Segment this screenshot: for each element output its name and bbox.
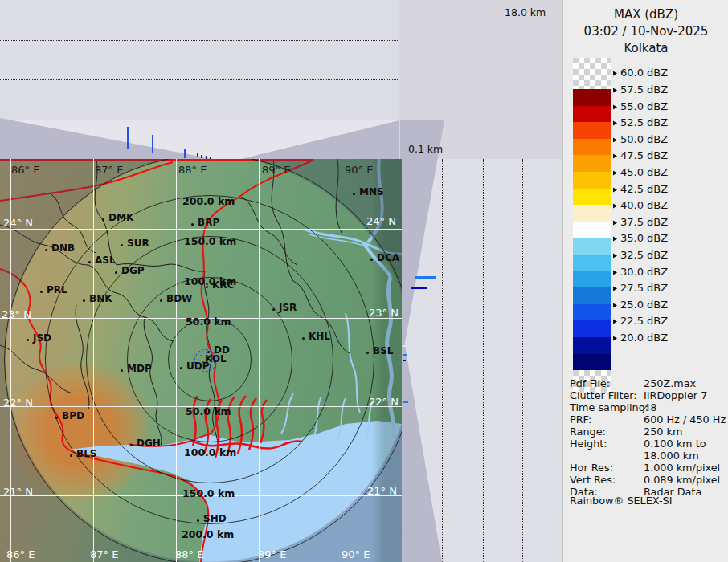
longitude-line	[176, 159, 177, 562]
geo-label: 21° N	[3, 486, 33, 498]
geo-label: 23° N	[369, 307, 399, 319]
city-label: SHD	[203, 513, 227, 524]
geo-label: 86° E	[6, 548, 35, 560]
echo-bar	[184, 149, 186, 158]
echo-bar	[197, 153, 198, 157]
geo-label: 21° N	[367, 485, 397, 497]
tick-arrow-icon	[613, 336, 617, 341]
city-label: BDW	[166, 293, 192, 304]
city-label: MNS	[359, 186, 384, 198]
radar-app-window: 18.0 km 0.1 km	[0, 0, 728, 562]
colorbar-band	[573, 139, 611, 156]
echo-pixel	[209, 364, 211, 365]
city-dot	[366, 352, 369, 354]
tick-arrow-icon	[613, 104, 617, 109]
city-dot	[191, 223, 194, 226]
city-dot	[70, 454, 72, 457]
echo-pixel	[202, 361, 204, 363]
echo-bar	[411, 287, 427, 289]
colorbar-band	[573, 172, 611, 189]
ppi-map-viewport[interactable]: 86° E87° E88° E89° E90° E86° E87° E88° E…	[0, 159, 402, 562]
city-dot	[45, 249, 47, 251]
dbz-tick-label: 32.5 dBZ	[613, 249, 668, 261]
software-brand: Rainbow® SELEX-SI	[570, 495, 672, 507]
metadata-value: 0.089 km/pixel	[644, 474, 720, 486]
dbz-tick-label: 52.5 dBZ	[613, 116, 668, 128]
metadata-value: 250Z.max	[644, 377, 696, 389]
city-label: DMK	[108, 212, 133, 223]
city-label: DCA	[377, 252, 399, 263]
height-axis-min-label: 0.1 km	[408, 143, 443, 155]
ns-gridline	[522, 159, 523, 562]
tick-arrow-icon	[613, 220, 617, 225]
city-dot	[180, 367, 182, 369]
city-label: BRP	[198, 217, 219, 228]
tick-arrow-icon	[613, 287, 617, 291]
metadata-value: 0.100 km to	[644, 438, 706, 450]
metadata-value: 250 km	[644, 426, 682, 438]
dbz-tick-label: 35.0 dBZ	[613, 232, 668, 244]
city-label: PRL	[47, 284, 67, 295]
tick-arrow-icon	[613, 254, 617, 259]
metadata-value: 18.000 km	[644, 450, 699, 462]
dbz-tick-label: 45.0 dBZ	[613, 166, 668, 178]
dbz-tick-label: 50.0 dBZ	[613, 132, 668, 145]
product-title: MAX (dBZ)	[563, 6, 728, 23]
product-datetime: 03:02 / 10-Nov-2025	[563, 23, 728, 40]
city-dot	[370, 259, 373, 261]
colorbar-transparent-band	[573, 58, 611, 89]
colorbar-band	[573, 255, 611, 271]
city-dot	[121, 244, 123, 246]
dbz-tick-label: 30.0 dBZ	[613, 265, 668, 277]
echo-pixel	[214, 361, 215, 363]
dbz-tick-label: 25.0 dBZ	[613, 298, 668, 310]
geo-label: 89° E	[262, 164, 290, 176]
geo-label: 90° E	[345, 164, 373, 176]
echo-bar	[403, 360, 406, 361]
longitude-line	[93, 159, 94, 562]
metadata-value: 48	[644, 401, 656, 413]
city-label: BPD	[62, 410, 84, 422]
city-label: SUR	[127, 238, 149, 249]
dbz-tick-label: 20.0 dBZ	[613, 332, 668, 344]
metadata-value: 600 Hz / 450 Hz	[644, 413, 726, 426]
geo-label: 89° E	[258, 548, 286, 560]
geo-label: 23° N	[2, 308, 31, 320]
echo-pixel	[206, 352, 207, 354]
echo-pixel	[200, 355, 202, 356]
city-dot	[206, 286, 208, 288]
longitude-line	[259, 159, 260, 562]
colorbar-band	[573, 337, 611, 354]
legend-panel: MAX (dBZ) 03:02 / 10-Nov-2025 Kolkata 60…	[562, 0, 728, 562]
city-label: MDP	[127, 363, 152, 374]
colorbar-band	[573, 89, 611, 106]
ew-cross-section-panel	[0, 0, 399, 159]
dbz-tick-label: 42.5 dBZ	[613, 182, 668, 194]
colorbar-band	[573, 222, 611, 238]
geo-label: 24° N	[3, 217, 33, 229]
tick-arrow-icon	[613, 237, 617, 242]
dbz-tick-label: 22.5 dBZ	[613, 315, 668, 327]
city-label: DGP	[121, 265, 145, 276]
geo-label: 22° N	[369, 396, 399, 408]
city-label: KHL	[309, 331, 330, 342]
metadata-label: Height:	[570, 438, 607, 450]
dbz-tick-label: 47.5 dBZ	[613, 149, 668, 161]
city-dot	[115, 271, 117, 274]
range-ring-label: 100.0 km	[184, 446, 236, 458]
geo-label: 24° N	[366, 215, 396, 227]
dbz-tick-label: 27.5 dBZ	[613, 282, 668, 294]
city-label: ASL	[95, 255, 116, 266]
ew-gridline	[0, 79, 399, 80]
colorbar-band	[573, 287, 611, 304]
site-name: Kolkata	[563, 40, 728, 57]
city-dot	[83, 299, 85, 302]
dbz-tick-label: 40.0 dBZ	[613, 199, 668, 211]
metadata-label: Time sampling:	[570, 401, 648, 413]
echo-bar	[201, 155, 202, 158]
geo-label: 87° E	[90, 548, 118, 560]
colorbar-band	[573, 238, 611, 255]
ew-gridline	[0, 120, 399, 120]
geo-label: 88° E	[175, 548, 203, 560]
city-label: DGH	[137, 438, 161, 449]
